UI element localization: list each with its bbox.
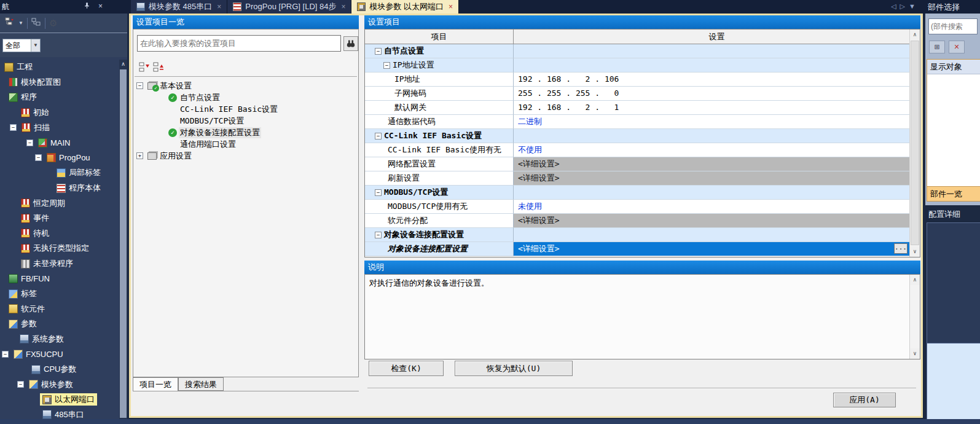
table-row[interactable]: −对象设备连接配置设置 [365,228,920,242]
table-row[interactable]: CC-Link IEF Basic使用有无不使用 [365,143,920,157]
tree-item-fixed-cycle[interactable]: 恒定周期 [0,195,119,211]
scroll-up-icon[interactable]: ∧ [119,60,127,68]
item-modbus-tcp[interactable]: MODBUS/TCP设置 [133,115,358,127]
tab-close-icon[interactable]: × [217,2,221,11]
comm-data-code-value[interactable]: 二进制 [514,115,920,129]
collapse-expander[interactable]: − [136,82,143,89]
tree-item-parameter[interactable]: 参数 [0,316,119,332]
item-application-settings[interactable]: +应用设置 [133,150,358,162]
expand-expander[interactable]: + [136,152,143,159]
table-row[interactable]: −CC-Link IEF Basic设置 [365,129,920,143]
tab-module-parameter-485[interactable]: 模块参数 485串口 × [131,0,227,14]
scroll-up-icon[interactable]: ∧ [910,275,920,285]
collapse-all-icon[interactable] [139,62,150,73]
chevron-down-icon[interactable]: ▼ [31,39,40,52]
cclink-use-value[interactable]: 不使用 [514,143,920,157]
scroll-down-icon[interactable]: ∨ [910,348,920,359]
tree-item-fb-fun[interactable]: FB/FUN [0,271,119,286]
tree-display-icon[interactable] [5,17,15,29]
tree-item-device[interactable]: 软元件 [0,302,119,317]
collapse-expander[interactable]: − [375,189,382,196]
filter-dropdown[interactable]: 全部 ▼ [2,39,41,52]
item-cclink-ief-basic[interactable]: CC-Link IEF Basic设置 [133,103,358,115]
collapse-expander[interactable]: − [375,133,382,139]
scroll-right-icon[interactable]: ▷ [900,2,908,10]
nav-scrollbar[interactable]: ∧ [119,60,127,419]
tab-progpou[interactable]: ProgPou [PRG] [LD] 84步 × [227,0,351,14]
tab-close-icon[interactable]: × [341,2,345,11]
tree-item-initial[interactable]: 初始 [0,105,119,120]
tree-item-cpu-parameter[interactable]: CPU参数 [0,362,119,377]
item-target-device-config[interactable]: 对象设备连接配置设置 [133,127,358,138]
pane-layout-icon[interactable] [31,18,41,28]
tree-item-main[interactable]: −MAIN [0,135,119,151]
target-device-config-detail[interactable]: <详细设置>... [514,242,920,256]
tree-item-system-parameter[interactable]: 系统参数 [0,332,119,347]
restore-default-button[interactable]: 恢复为默认(U) [455,361,573,376]
collapse-expander[interactable]: − [26,139,33,146]
favorites-icon[interactable]: ⊞ [929,41,945,53]
table-row[interactable]: −IP地址设置 [365,58,920,73]
tree-item-program-body[interactable]: 程序本体 [0,181,119,196]
tree-item-unregistered[interactable]: 未登录程序 [0,256,119,272]
table-row[interactable]: 子网掩码255 . 255 . 255 . 0 [365,87,920,101]
table-row selected[interactable]: 对象设备连接配置设置<详细设置>... [365,242,920,256]
tab-module-parameter-ethernet[interactable]: 模块参数 以太网端口 × [351,0,459,14]
scroll-up-icon[interactable]: ∧ [910,29,920,40]
table-scrollbar[interactable]: ∧ ∨ [909,29,920,257]
modbus-use-value[interactable]: 未使用 [514,200,920,214]
collapse-expander[interactable]: − [2,351,9,358]
item-communication-port[interactable]: 通信用端口设置 [133,138,358,150]
pin-icon[interactable] [84,2,90,11]
tree-item-standby[interactable]: 待机 [0,226,119,241]
collapse-expander[interactable]: − [35,154,42,161]
item-own-node[interactable]: 自节点设置 [133,92,358,103]
table-row[interactable]: 刷新设置<详细设置> [365,171,920,186]
tree-item-project[interactable]: 工程 [0,60,119,75]
refresh-setting-detail[interactable]: <详细设置> [514,171,920,186]
subnet-mask-value[interactable]: 255 . 255 . 255 . 0 [514,87,920,101]
tab-element-list[interactable]: 部件一览 [927,186,980,201]
scrollbar-thumb[interactable] [120,69,127,418]
tree-item-progpou[interactable]: −ProgPou [0,151,119,166]
collapse-expander[interactable]: − [10,124,17,131]
device-assignment-detail[interactable]: <详细设置> [514,214,920,228]
tab-close-icon[interactable]: × [449,2,453,11]
chevron-down-icon[interactable]: ▼ [18,20,23,26]
detail-ellipsis-button[interactable]: ... [894,243,907,254]
tree-item-program[interactable]: 程序 [0,90,119,105]
tree-item-event[interactable]: 事件 [0,211,119,226]
tree-item-scan[interactable]: −扫描 [0,120,119,135]
table-row[interactable]: −自节点设置 [365,44,920,58]
tree-item-module-config[interactable]: 模块配置图 [0,75,119,90]
default-gateway-value[interactable]: 192 . 168 . 2 . 1 [514,101,920,115]
collapse-expander[interactable]: − [375,232,382,238]
element-search-input[interactable] [928,18,978,34]
apply-button[interactable]: 应用(A) [833,393,896,407]
network-config-detail[interactable]: <详细设置> [514,157,920,171]
close-icon[interactable]: × [98,2,103,10]
tab-list-icon[interactable]: ▼ [909,2,919,10]
table-row[interactable]: 默认网关192 . 168 . 2 . 1 [365,101,920,115]
tree-item-local-label[interactable]: 局部标签 [0,165,119,181]
table-row[interactable]: −MODBUS/TCP设置 [365,186,920,200]
setting-search-input[interactable] [137,35,341,52]
table-row[interactable]: 网络配置设置<详细设置> [365,157,920,171]
scroll-left-icon[interactable]: ◁ [891,2,900,10]
tree-item-no-exec-type[interactable]: 无执行类型指定 [0,241,119,256]
collapse-expander[interactable]: − [375,48,382,55]
display-target-label[interactable]: 显示对象 [927,60,980,74]
table-row[interactable]: IP地址192 . 168 . 2 . 106 [365,73,920,87]
delete-icon[interactable]: ✕ [949,41,965,53]
item-basic-settings[interactable]: −基本设置 [133,80,358,92]
tab-item-list[interactable]: 项目一览 [133,377,178,391]
search-binoculars-icon[interactable] [343,36,358,51]
gear-icon[interactable]: ⚙ [49,18,57,29]
table-row[interactable]: 通信数据代码二进制 [365,115,920,129]
tree-item-label[interactable]: 标签 [0,286,119,302]
collapse-expander[interactable]: − [17,381,24,388]
collapse-expander[interactable]: − [383,62,390,69]
scroll-down-icon[interactable]: ∨ [910,246,920,257]
ip-address-value[interactable]: 192 . 168 . 2 . 106 [514,73,920,87]
expand-all-icon[interactable] [153,62,164,73]
